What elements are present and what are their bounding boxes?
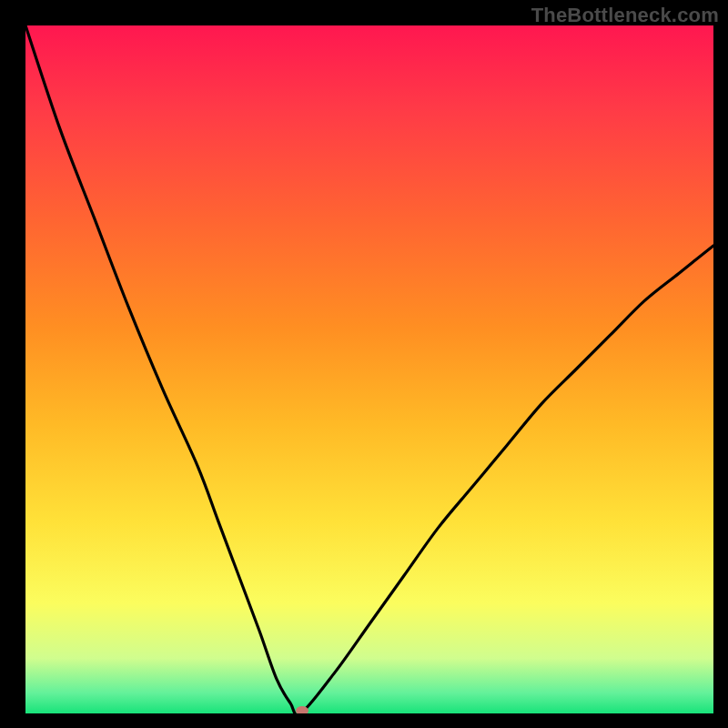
plot-area [25,25,713,713]
curve-line [25,25,713,713]
bottleneck-curve [25,25,713,713]
optimum-marker-icon [296,706,308,713]
chart-frame: TheBottleneck.com [0,0,728,728]
watermark-text: TheBottleneck.com [531,4,719,27]
